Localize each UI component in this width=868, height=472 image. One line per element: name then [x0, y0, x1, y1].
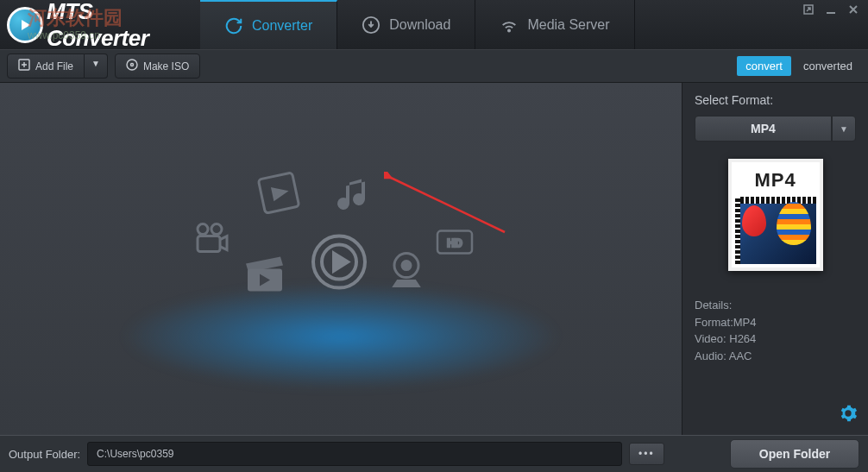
format-thumb-image: [735, 197, 816, 264]
svg-point-8: [198, 224, 208, 235]
svg-point-1: [508, 29, 510, 31]
details-audio: Audio: AAC: [695, 348, 856, 365]
camera-icon: [192, 221, 230, 259]
svg-point-6: [130, 64, 133, 66]
add-icon: [18, 59, 30, 73]
svg-point-5: [127, 60, 137, 70]
refresh-icon: [224, 16, 243, 35]
format-select: MP4 ▼: [695, 116, 856, 142]
details-heading: Details:: [695, 297, 856, 314]
film-icon: [255, 169, 303, 217]
popout-icon[interactable]: [802, 3, 815, 17]
window-controls: [802, 3, 859, 17]
clapper-icon: [241, 249, 289, 297]
main-tabs: Converter Download Media Server: [200, 0, 635, 49]
music-icon: [332, 173, 381, 221]
output-folder-label: Output Folder:: [9, 448, 80, 461]
title-bar: MTS Converter 河东软件园 www.pc0359.cn Conver…: [0, 0, 868, 50]
toolbar-right: convert converted: [737, 56, 861, 76]
svg-rect-10: [198, 236, 220, 252]
app-logo-icon: [7, 7, 43, 43]
format-select-dropdown[interactable]: ▼: [832, 116, 856, 142]
footer: Output Folder: ••• Open Folder: [0, 435, 868, 472]
play-circle-icon: [308, 231, 370, 293]
tab-media-server[interactable]: Media Server: [475, 0, 634, 49]
tab-media-server-label: Media Server: [527, 17, 609, 33]
details-video: Video: H264: [695, 330, 856, 348]
side-panel: Select Format: MP4 ▼ MP4 Details: Format…: [682, 83, 868, 435]
select-format-label: Select Format:: [695, 93, 856, 107]
wifi-icon: [500, 16, 519, 35]
svg-point-15: [402, 261, 411, 270]
main-area: HD Select Format: MP4 ▼ MP4 Details: For…: [0, 83, 868, 435]
output-folder-input[interactable]: [87, 442, 622, 466]
content-panel[interactable]: HD: [0, 83, 682, 435]
open-folder-button[interactable]: Open Folder: [730, 439, 859, 469]
convert-tab[interactable]: convert: [737, 56, 791, 76]
download-icon: [362, 16, 381, 35]
add-file-dropdown[interactable]: ▼: [85, 53, 108, 79]
svg-text:HD: HD: [447, 237, 462, 249]
format-thumb-label: MP4: [735, 166, 816, 197]
svg-rect-3: [827, 12, 835, 14]
minimize-icon[interactable]: [825, 3, 837, 17]
webcam-icon: [386, 249, 427, 290]
gear-icon[interactable]: [839, 404, 858, 426]
close-icon[interactable]: [847, 3, 859, 17]
logo-area: MTS Converter 河东软件园 www.pc0359.cn: [0, 0, 200, 49]
tab-converter[interactable]: Converter: [200, 0, 337, 49]
hd-icon: HD: [436, 230, 474, 255]
details-format: Format:MP4: [695, 314, 856, 331]
format-select-value[interactable]: MP4: [695, 116, 832, 142]
add-file-label: Add File: [35, 60, 73, 72]
placeholder-icons: HD: [160, 169, 522, 324]
tab-download[interactable]: Download: [337, 0, 475, 49]
add-file-button[interactable]: Add File: [7, 53, 85, 79]
make-iso-button[interactable]: Make ISO: [115, 53, 200, 79]
tab-download-label: Download: [389, 17, 450, 33]
browse-button[interactable]: •••: [629, 443, 664, 465]
format-details: Details: Format:MP4 Video: H264 Audio: A…: [695, 297, 856, 364]
make-iso-label: Make ISO: [143, 60, 189, 72]
converted-tab[interactable]: converted: [795, 56, 861, 76]
toolbar: Add File ▼ Make ISO convert converted: [0, 50, 868, 83]
format-thumbnail: MP4: [728, 159, 823, 271]
tab-converter-label: Converter: [252, 18, 312, 34]
app-title: MTS Converter: [47, 0, 200, 52]
disc-icon: [126, 59, 138, 73]
svg-point-9: [211, 224, 222, 235]
